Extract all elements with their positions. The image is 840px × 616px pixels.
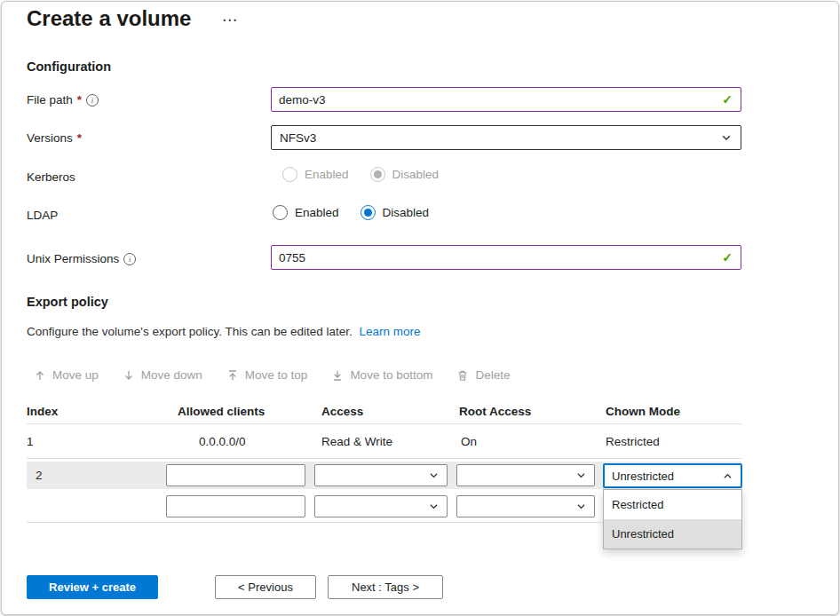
radio-checked-icon (361, 205, 376, 220)
kerberos-disabled-label: Disabled (392, 168, 440, 181)
move-to-top-label: Move to top (245, 368, 308, 382)
dropdown-option-restricted[interactable]: Restricted (604, 490, 741, 519)
move-up-icon (34, 369, 46, 382)
unix-permissions-label-text: Unix Permissions (27, 252, 119, 265)
kerberos-disabled-radio: Disabled (370, 167, 440, 182)
previous-button[interactable]: < Previous (215, 575, 316, 599)
kerberos-label: Kerberos (27, 170, 75, 184)
ldap-enabled-label: Enabled (295, 206, 339, 219)
delete-label: Delete (475, 368, 510, 382)
row1-root-access: On (461, 435, 477, 448)
review-create-button[interactable]: Review + create (27, 575, 158, 599)
delete-button: Delete (456, 368, 510, 382)
move-down-icon (123, 369, 135, 382)
kerberos-enabled-label: Enabled (305, 168, 349, 181)
header-chown-mode: Chown Mode (606, 405, 680, 418)
kerberos-enabled-radio: Enabled (282, 167, 349, 182)
ldap-label: LDAP (27, 209, 58, 222)
move-down-button: Move down (123, 368, 202, 382)
ldap-label-text: LDAP (27, 209, 58, 222)
row2-access-select[interactable] (314, 464, 448, 486)
row2-index: 2 (36, 469, 43, 482)
unix-permissions-label: Unix Permissions i (27, 252, 136, 265)
row1-access: Read & Write (321, 435, 392, 448)
versions-select[interactable]: NFSv3 (271, 125, 741, 150)
page-title: Create a volume (27, 6, 191, 31)
ldap-enabled-radio[interactable]: Enabled (273, 205, 339, 220)
versions-selected-value: NFSv3 (280, 131, 316, 145)
radio-checked-icon (370, 167, 385, 182)
move-down-label: Move down (141, 368, 202, 382)
trash-icon (456, 369, 469, 382)
row2-chown-mode-value: Unrestricted (612, 470, 674, 483)
chevron-down-icon (720, 131, 733, 144)
move-to-bottom-button: Move to bottom (331, 368, 432, 382)
radio-unchecked-icon (273, 205, 288, 220)
table-toolbar: Move up Move down Move to top Move to bo… (34, 368, 510, 382)
versions-label: Versions * (27, 131, 82, 145)
file-path-label-text: File path (27, 93, 73, 107)
export-policy-table: Index Allowed clients Access Root Access… (27, 401, 741, 552)
row1-allowed-clients: 0.0.0.0/0 (199, 435, 246, 448)
info-icon[interactable]: i (123, 253, 136, 265)
create-volume-page: Create a volume ⋯ Configuration File pat… (1, 1, 839, 615)
header-access: Access (321, 405, 363, 418)
row1-index: 1 (27, 435, 34, 448)
move-to-bottom-icon (331, 369, 344, 382)
dropdown-option-unrestricted[interactable]: Unrestricted (604, 519, 741, 549)
unix-permissions-input[interactable] (272, 246, 722, 269)
row2-allowed-clients-input[interactable] (166, 464, 305, 486)
ldap-disabled-radio[interactable]: Disabled (361, 205, 430, 220)
chevron-down-icon (575, 501, 587, 512)
chevron-down-icon (428, 501, 440, 512)
chevron-down-icon (428, 470, 440, 481)
kerberos-radio-group: Enabled Disabled (282, 167, 439, 182)
chevron-up-icon (722, 470, 733, 482)
description-text: Configure the volume's export policy. Th… (27, 325, 353, 338)
radio-unchecked-icon (282, 167, 297, 182)
header-allowed-clients: Allowed clients (178, 405, 265, 418)
next-tags-button[interactable]: Next : Tags > (328, 575, 443, 599)
export-policy-description: Configure the volume's export policy. Th… (27, 325, 421, 338)
move-up-button: Move up (34, 368, 99, 382)
ldap-radio-group: Enabled Disabled (273, 205, 429, 220)
required-asterisk: * (77, 93, 82, 107)
more-menu-icon[interactable]: ⋯ (222, 11, 238, 29)
row3-access-select[interactable] (314, 495, 448, 517)
move-to-top-icon (226, 369, 239, 382)
required-asterisk: * (77, 131, 82, 145)
file-path-input[interactable] (272, 88, 722, 111)
valid-check-icon: ✓ (722, 250, 741, 265)
unix-permissions-field: ✓ (271, 245, 741, 270)
kerberos-label-text: Kerberos (27, 170, 75, 184)
configuration-heading: Configuration (27, 59, 111, 74)
table-header-row: Index Allowed clients Access Root Access… (27, 401, 741, 424)
chevron-down-icon (575, 470, 587, 481)
move-to-bottom-label: Move to bottom (350, 368, 432, 382)
file-path-label: File path * i (27, 93, 99, 107)
learn-more-link[interactable]: Learn more (360, 325, 421, 338)
info-icon[interactable]: i (86, 94, 99, 107)
row2-root-access-select[interactable] (456, 464, 595, 486)
header-index: Index (27, 405, 58, 418)
export-policy-heading: Export policy (27, 295, 108, 309)
move-up-label: Move up (52, 368, 99, 382)
header-root-access: Root Access (459, 405, 531, 418)
row2-chown-mode-select[interactable]: Unrestricted (603, 463, 742, 488)
chown-mode-dropdown-list: Restricted Unrestricted (603, 489, 742, 549)
table-row[interactable]: 1 0.0.0.0/0 Read & Write On Restricted (27, 424, 741, 459)
valid-check-icon: ✓ (722, 92, 741, 107)
row1-chown-mode: Restricted (606, 435, 660, 448)
versions-label-text: Versions (27, 131, 73, 145)
row3-root-access-select[interactable] (456, 495, 595, 517)
move-to-top-button: Move to top (226, 368, 308, 382)
ldap-disabled-label: Disabled (383, 206, 430, 219)
file-path-field: ✓ (271, 87, 741, 112)
row3-allowed-clients-input[interactable] (166, 495, 305, 517)
